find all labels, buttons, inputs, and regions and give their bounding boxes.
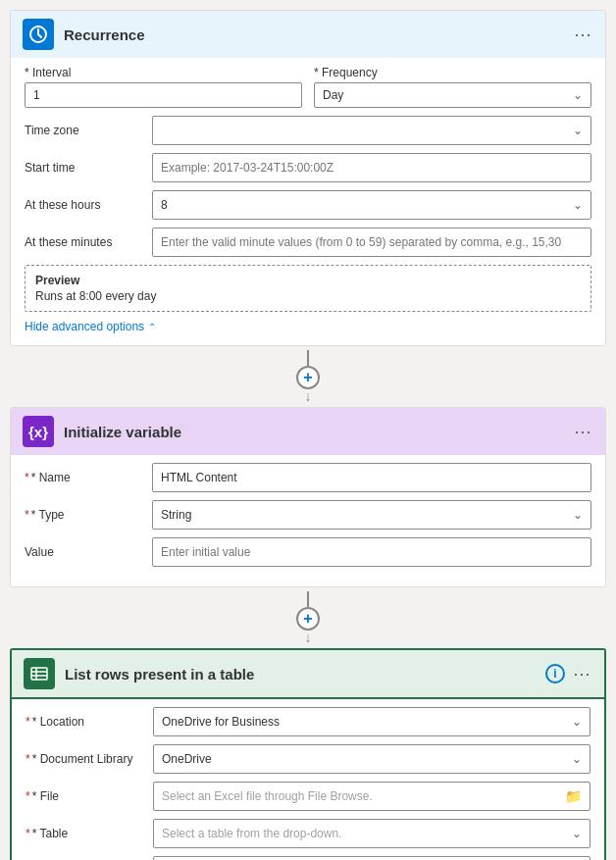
initvar-header-left: {x} Initialize variable <box>23 416 181 447</box>
athesminutes-label: At these minutes <box>25 235 152 249</box>
starttime-input[interactable] <box>152 153 591 182</box>
connector-1: + ↓ <box>296 350 320 403</box>
atheshours-select[interactable]: 8 ⌄ <box>152 190 591 220</box>
initvar-menu-button[interactable]: ⋯ <box>574 421 593 442</box>
interval-input[interactable] <box>25 82 302 108</box>
recurrence-title: Recurrence <box>64 26 145 43</box>
file-select[interactable]: Select an Excel file through File Browse… <box>153 782 590 811</box>
table-placeholder: Select a table from the drop-down. <box>162 827 341 840</box>
initvar-type-select[interactable]: String ⌄ <box>152 500 591 530</box>
type-required-star: * <box>25 508 29 522</box>
listrows-body: ** Location OneDrive for Business ⌄ ** D… <box>12 699 604 860</box>
initvar-card: {x} Initialize variable ⋯ ** Name ** Typ… <box>10 407 606 587</box>
listrows-header: List rows present in a table i ⋯ <box>12 650 604 699</box>
name-required-star: * <box>25 471 29 484</box>
initvar-name-label: ** Name <box>25 471 152 484</box>
doclibrary-star: * <box>26 752 30 766</box>
add-step-button-2[interactable]: + <box>296 607 320 631</box>
recurrence-icon <box>23 19 54 50</box>
listrows-menu-button[interactable]: ⋯ <box>573 663 592 684</box>
doclibrary-label: ** Document Library <box>26 752 153 766</box>
location-star: * <box>26 715 30 729</box>
initvar-header: {x} Initialize variable ⋯ <box>11 408 605 455</box>
listrows-icon <box>24 658 55 689</box>
listrows-header-icons: i ⋯ <box>545 663 592 684</box>
table-select[interactable]: Select a table from the drop-down. ⌄ <box>153 819 590 848</box>
recurrence-card: Recurrence ⋯ * Interval * Frequency Day … <box>10 10 606 346</box>
frequency-select[interactable]: Day ⌄ <box>314 82 591 108</box>
table-label: ** Table <box>26 827 153 840</box>
location-label: ** Location <box>26 715 153 729</box>
initvar-type-row: ** Type String ⌄ <box>25 500 591 530</box>
folder-icon: 📁 <box>565 788 582 804</box>
filterquery-row: Filter Query leaveDate eq fx utcNow() ✕ <box>26 856 590 860</box>
table-row: ** Table Select a table from the drop-do… <box>26 819 590 848</box>
timezone-row: Time zone ⌄ <box>25 116 591 145</box>
location-select[interactable]: OneDrive for Business ⌄ <box>153 707 590 736</box>
frequency-group: * Frequency Day ⌄ <box>314 66 591 108</box>
timezone-label: Time zone <box>25 124 152 137</box>
timezone-select[interactable]: ⌄ <box>152 116 591 145</box>
starttime-label: Start time <box>25 161 152 175</box>
doclibrary-row: ** Document Library OneDrive ⌄ <box>26 744 590 774</box>
initvar-value-row: Value <box>25 537 591 567</box>
file-star: * <box>26 789 30 803</box>
interval-group: * Interval <box>25 66 302 108</box>
doclibrary-select[interactable]: OneDrive ⌄ <box>153 744 590 774</box>
initvar-body: ** Name ** Type String ⌄ Value <box>11 455 605 586</box>
atheshours-row: At these hours 8 ⌄ <box>25 190 591 220</box>
initvar-name-input[interactable] <box>152 463 591 492</box>
athesminutes-input[interactable] <box>152 228 591 257</box>
recurrence-menu-button[interactable]: ⋯ <box>574 24 593 45</box>
timezone-chevron-icon: ⌄ <box>573 124 583 137</box>
doclibrary-value: OneDrive <box>162 752 212 766</box>
file-placeholder: Select an Excel file through File Browse… <box>162 789 373 803</box>
initvar-name-row: ** Name <box>25 463 591 492</box>
file-label: ** File <box>26 789 153 803</box>
info-icon[interactable]: i <box>545 664 565 683</box>
connector-arrow-2: ↓ <box>305 631 312 644</box>
interval-label: * Interval <box>25 66 302 79</box>
type-chevron-icon: ⌄ <box>573 508 583 522</box>
location-value: OneDrive for Business <box>162 715 280 729</box>
atheshours-chevron-icon: ⌄ <box>573 198 583 212</box>
file-row: ** File Select an Excel file through Fil… <box>26 782 590 811</box>
listrows-title: List rows present in a table <box>65 666 254 683</box>
starttime-row: Start time <box>25 153 591 182</box>
atheshours-value: 8 <box>161 198 168 212</box>
connector-line-top-1 <box>307 350 309 366</box>
frequency-chevron-icon: ⌄ <box>573 88 583 102</box>
frequency-label: * Frequency <box>314 66 591 79</box>
table-chevron-icon: ⌄ <box>572 827 582 840</box>
initvar-value-input[interactable] <box>152 537 591 567</box>
hide-advanced-label: Hide advanced options <box>25 320 144 333</box>
recurrence-header-left: Recurrence <box>23 19 145 50</box>
connector-2: + ↓ <box>296 591 320 644</box>
connector-arrow-1: ↓ <box>305 389 312 403</box>
athesminutes-row: At these minutes <box>25 228 591 257</box>
initvar-value-label: Value <box>25 545 152 559</box>
table-star: * <box>26 827 30 840</box>
location-row: ** Location OneDrive for Business ⌄ <box>26 707 590 736</box>
page-container: Recurrence ⋯ * Interval * Frequency Day … <box>0 0 616 860</box>
interval-frequency-row: * Interval * Frequency Day ⌄ <box>25 66 591 108</box>
initvar-type-value: String <box>161 508 191 522</box>
doclibrary-chevron-icon: ⌄ <box>572 752 582 766</box>
frequency-value: Day <box>323 88 343 102</box>
atheshours-label: At these hours <box>25 198 152 212</box>
recurrence-body: * Interval * Frequency Day ⌄ Time zone ⌄ <box>11 58 605 345</box>
preview-text: Runs at 8:00 every day <box>35 289 581 303</box>
initvar-type-label: ** Type <box>25 508 152 522</box>
add-step-button-1[interactable]: + <box>296 366 320 389</box>
svg-rect-1 <box>31 668 47 680</box>
initvar-icon: {x} <box>23 416 54 447</box>
connector-line-top-2 <box>307 591 309 607</box>
preview-title: Preview <box>35 274 581 287</box>
location-chevron-icon: ⌄ <box>572 715 582 729</box>
listrows-header-left: List rows present in a table <box>24 658 254 689</box>
listrows-card: List rows present in a table i ⋯ ** Loca… <box>10 648 606 860</box>
recurrence-header: Recurrence ⋯ <box>11 11 605 58</box>
filterquery-input[interactable]: leaveDate eq fx utcNow() ✕ <box>153 856 590 860</box>
hide-advanced-link[interactable]: Hide advanced options ⌃ <box>25 320 591 333</box>
preview-box: Preview Runs at 8:00 every day <box>25 265 591 312</box>
